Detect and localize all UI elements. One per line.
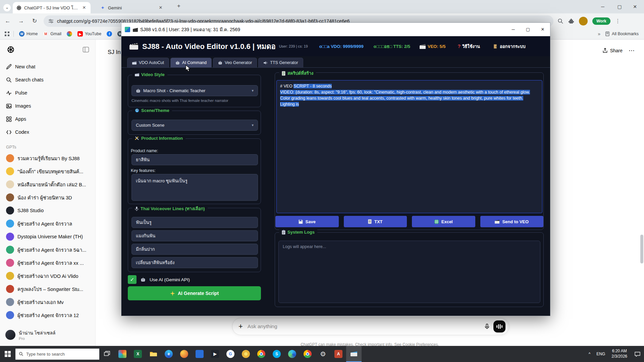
tray-chevron-icon[interactable]: ^ — [586, 352, 594, 356]
settings-gear-icon[interactable]: ⚙ — [315, 346, 331, 362]
tab-tts-generator[interactable]: TTS Generator — [258, 58, 303, 67]
sidebar-item-new-chat[interactable]: New chat — [3, 60, 93, 73]
logs-textarea[interactable]: Logs will appear here... — [278, 241, 540, 303]
extensions-puzzle-icon[interactable] — [568, 18, 574, 24]
voiceover-line-input[interactable]: มีกลิ่นปาก — [131, 244, 258, 255]
use-ai-checkbox[interactable]: ✓ — [128, 275, 137, 284]
bookmark-youtube[interactable]: ▶ YouTube — [77, 31, 101, 37]
sidebar-gpt-item[interactable]: ผู้ช่วยสร้างนางเอก Mv — [3, 296, 93, 308]
google-icon[interactable]: G — [223, 346, 238, 362]
sidebar-toggle-icon[interactable] — [83, 46, 89, 53]
key-features-textarea[interactable]: เน้นฉาก macro ซูมฟันเป็นรู — [131, 174, 258, 201]
app-maximize-icon[interactable]: ▢ — [521, 23, 535, 36]
browser-maximize-icon[interactable]: ▢ — [612, 0, 627, 13]
txt-button[interactable]: TXT — [344, 216, 407, 227]
apps-grid-icon[interactable] — [5, 32, 9, 36]
sidebar-gpt-item[interactable]: ผู้ช่วยสร้าง Agent จักรวาล xx ... — [3, 256, 93, 269]
chrome-icon[interactable] — [254, 346, 269, 362]
bookmark-facebook[interactable]: f — [107, 31, 112, 37]
tab-search-icon[interactable]: ⌄ — [3, 4, 11, 11]
sidebar-item-apps[interactable]: Apps — [3, 113, 93, 125]
excel-button[interactable]: Excel — [412, 216, 475, 227]
sidebar-gpt-item[interactable]: ผู้ช่วยสร้าง Agent จักรวาล — [3, 217, 93, 230]
forward-icon[interactable]: → — [15, 15, 27, 27]
script-textarea[interactable]: # VEO SCRIPT - 8 seconds VIDEO: {duratio… — [276, 80, 542, 213]
file-explorer-icon[interactable] — [146, 346, 161, 362]
sidebar-gpt-item[interactable]: หนังสือนายหน้าตั๊กต๊อก เล่ม2 B... — [3, 178, 93, 191]
browser-tab-chatgpt[interactable]: ChatGPT - SJ Inw VDO โปรแกรมส ✕ — [13, 2, 91, 13]
voiceover-line-input[interactable]: ฟันเป็นรู — [131, 217, 258, 228]
skype-icon[interactable]: S — [269, 346, 284, 362]
share-button[interactable]: Share — [602, 48, 623, 53]
sidebar-gpt-item[interactable]: รวมความรู้ที่เรียนมา By SJ88 — [3, 152, 93, 165]
sidebar-gpt-item[interactable]: Dystopia Universe Maker (TH) — [3, 230, 93, 243]
taskbar-clock[interactable]: 6:20 AM 2/3/2026 — [608, 349, 631, 359]
browser-minimize-icon[interactable]: ─ — [595, 0, 610, 13]
bookmarks-overflow-icon[interactable]: » — [598, 31, 600, 37]
chat-composer[interactable]: + Ask anything — [232, 318, 509, 335]
send-to-veo-button[interactable]: Send to VEO — [480, 216, 544, 227]
site-settings-icon[interactable] — [48, 18, 54, 24]
photos-icon[interactable] — [192, 346, 207, 362]
voice-mode-button[interactable] — [493, 320, 505, 333]
profile-avatar[interactable] — [579, 17, 588, 25]
sidebar-gpt-item[interactable]: ผู้ช่วยสร้าง Agent จักรวาล 5ฉา... — [3, 243, 93, 256]
conversation-menu-icon[interactable]: ⋯ — [629, 47, 635, 54]
account-profile[interactable]: น้าน่าน โซล่าเซลล์ Pro — [0, 326, 96, 343]
app-titlebar[interactable]: SJ88 v1.0.6 | User: 239 | หมดอายุ: 31 มี… — [121, 23, 550, 36]
reload-icon[interactable]: ↻ — [29, 15, 40, 27]
browser-close-icon[interactable]: ✕ — [627, 0, 643, 13]
notification-center-icon[interactable] — [631, 346, 644, 362]
sidebar-item-search-chats[interactable]: Search chats — [3, 73, 93, 86]
sidebar-gpt-item[interactable]: ผู้ช่วยสร้าง Agent จักรวาล 12 — [3, 309, 93, 321]
sidebar-item-pulse[interactable]: Pulse — [3, 86, 93, 99]
sidebar-gpt-item[interactable]: น้อง คำร่า ผู้ช่วยนิทาน 3D — [3, 191, 93, 204]
app-minimize-icon[interactable]: ─ — [506, 23, 521, 36]
video-style-select[interactable]: Macro Shot - Cinematic Teacher ▾ — [131, 85, 258, 96]
sidebar-gpt-item[interactable]: SJ88 Studio — [3, 204, 93, 217]
bookmark-misc[interactable] — [67, 31, 72, 37]
voiceover-line-input[interactable]: เปลี่ยนยาสีฟันหรือยัง — [131, 257, 258, 268]
bookmark-gmail[interactable]: M Gmail — [43, 31, 61, 37]
firefox-icon[interactable] — [176, 346, 192, 362]
dictate-mic-icon[interactable] — [484, 323, 490, 329]
browser-tab-gemini[interactable]: ✦ Gemini ✕ — [97, 2, 167, 13]
sidebar-item-codex[interactable]: Codex — [3, 126, 93, 138]
sidebar-gpt-item[interactable]: "น้องตั๊ก" เขียนบทพูดขายสินค้... — [3, 165, 93, 178]
tab-veo-generator[interactable]: Veo Generator — [213, 58, 257, 67]
new-tab-button[interactable]: + — [177, 3, 180, 9]
sj88-taskbar-icon[interactable] — [346, 346, 362, 362]
scene-select[interactable]: Custom Scene ▾ — [131, 120, 258, 131]
ai-generate-script-button[interactable]: AI Generate Script — [128, 286, 261, 300]
save-button[interactable]: Save — [275, 216, 339, 227]
tab-close-icon[interactable]: ✕ — [158, 5, 164, 11]
chrome-icon-2[interactable] — [300, 346, 315, 362]
taskbar-search[interactable]: Type here to search — [15, 349, 99, 360]
bookmark-home[interactable]: W Home — [19, 31, 38, 37]
attach-plus-icon[interactable]: + — [238, 322, 243, 331]
chatgpt-logo-icon[interactable] — [7, 46, 15, 54]
start-button[interactable] — [0, 346, 15, 362]
help-link[interactable]: ? วิธีใช้งาน — [458, 43, 480, 50]
all-bookmarks-button[interactable]: All Bookmarks — [605, 32, 639, 36]
autodesk-icon[interactable]: A — [331, 346, 346, 362]
video-app-icon[interactable]: ▶ — [207, 346, 223, 362]
krita-icon[interactable] — [115, 346, 130, 362]
edge-icon[interactable]: e — [161, 346, 176, 362]
voiceover-line-input[interactable]: แมงกินฟัน — [131, 230, 258, 241]
page-scrollbar[interactable] — [640, 235, 643, 263]
tab-close-icon[interactable]: ✕ — [81, 5, 87, 11]
app-close-icon[interactable]: ✕ — [535, 23, 550, 36]
profile-chip[interactable]: Work — [592, 17, 610, 25]
edge-icon-2[interactable] — [284, 346, 300, 362]
back-icon[interactable]: ← — [2, 15, 13, 27]
sidebar-gpt-item[interactable]: ผู้ช่วยสร้างฉาก VDO Ai Vlido — [3, 269, 93, 282]
language-indicator[interactable]: ENG — [593, 352, 608, 356]
browser-menu-icon[interactable]: ⋮ — [615, 18, 621, 24]
product-name-input[interactable]: ยาสีฟัน — [131, 154, 258, 165]
sidebar-item-images[interactable]: Images — [3, 100, 93, 112]
logout-button[interactable]: ออกจากระบบ — [493, 43, 526, 50]
excel-icon[interactable]: X — [130, 346, 146, 362]
chrome-canary-icon[interactable] — [238, 346, 254, 362]
tab-vdo-autocut[interactable]: VDO AutoCut — [127, 58, 169, 67]
